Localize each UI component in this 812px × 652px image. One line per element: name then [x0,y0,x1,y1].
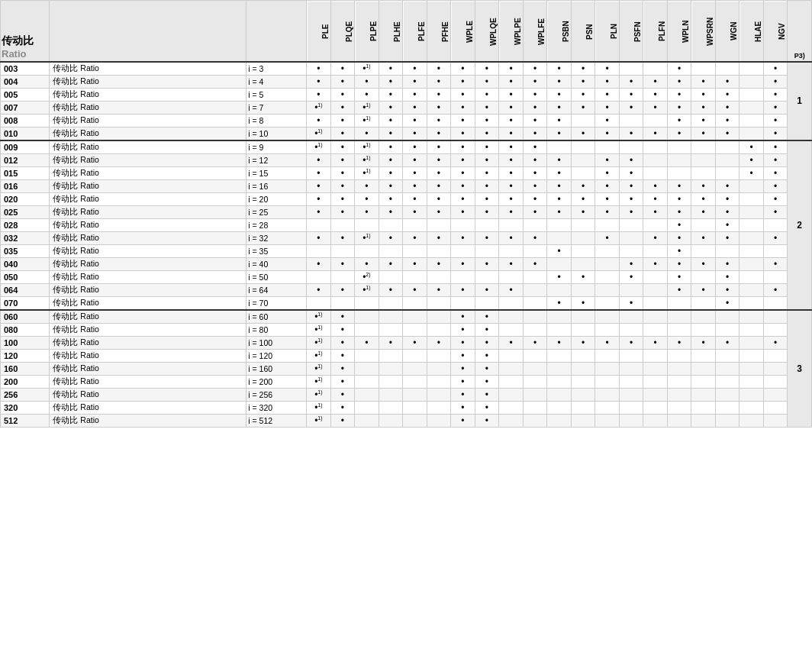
dot-cell: • [715,257,740,270]
dot-cell [643,310,668,324]
desc-cell: 传动比 Ratio [50,218,246,231]
dot-cell: • [523,62,547,76]
dot-cell: • [475,257,499,270]
dot-cell [643,114,668,127]
ratio-id-cell: 080 [1,323,50,336]
dot-cell [763,349,788,362]
dot-cell: • [763,179,788,192]
dot-cell [571,362,595,375]
dot-cell: • [330,140,355,154]
dot-cell [667,362,691,375]
dot-cell: • [403,140,427,154]
table-row: 320传动比 Ratioi = 320•1)••• [1,401,812,414]
dot-cell [571,310,595,324]
dot-cell: • [451,388,475,401]
dot-cell [571,231,595,244]
dot-cell: • [691,101,716,114]
dot-cell: • [379,179,403,192]
dot-cell [307,218,331,231]
dot-cell [619,362,643,375]
dot-cell [619,375,643,388]
dot-cell: • [403,127,427,140]
dot-cell: • [379,336,403,349]
desc-cell: 传动比 Ratio [50,101,246,114]
ratio-id-cell: 005 [1,88,50,101]
table-row: 080传动比 Ratioi = 80•1)••• [1,323,812,336]
col-header-psfn: PSFN [619,1,643,62]
desc-cell: 传动比 Ratio [50,414,246,427]
dot-cell [691,270,716,283]
dot-cell [571,414,595,427]
dot-cell: • [499,101,524,114]
dot-cell: • [403,75,427,88]
dot-cell [643,62,668,76]
table-row: 064传动比 Ratioi = 64•••1)•••••••••• [1,283,812,296]
dot-cell: • [330,362,355,375]
dot-cell: • [330,62,355,76]
i-value-cell: i = 256 [246,388,307,401]
dot-cell: •1) [355,231,379,244]
dot-cell [715,310,740,324]
dot-cell [523,349,547,362]
dot-cell: • [763,257,788,270]
dot-cell: • [523,205,547,218]
dot-cell: • [619,127,643,140]
dot-cell: • [451,375,475,388]
dot-cell [740,336,764,349]
dot-cell [427,244,451,257]
dot-cell: • [667,270,691,283]
dot-cell [643,388,668,401]
dot-cell: • [379,257,403,270]
dot-cell: • [451,310,475,324]
dot-cell [643,140,668,154]
dot-cell: • [379,192,403,205]
dot-cell: • [715,127,740,140]
dot-cell [763,401,788,414]
i-header [246,1,307,62]
dot-cell [643,349,668,362]
dot-cell [619,414,643,427]
dot-cell: • [451,101,475,114]
dot-cell [595,140,620,154]
dot-cell: • [355,179,379,192]
dot-cell [740,257,764,270]
dot-cell [643,323,668,336]
dot-cell: • [763,140,788,154]
dot-cell: • [667,283,691,296]
dot-cell [667,310,691,324]
dot-cell [740,244,764,257]
dot-cell: • [403,336,427,349]
dot-cell [595,296,620,310]
dot-cell [403,414,427,427]
dot-cell: • [307,192,331,205]
ratio-id-cell: 256 [1,388,50,401]
dot-cell [619,140,643,154]
dot-cell [475,244,499,257]
dot-cell [571,375,595,388]
ratio-id-cell: 060 [1,310,50,324]
dot-cell: • [403,179,427,192]
dot-cell: • [643,88,668,101]
dot-cell: • [451,283,475,296]
dot-cell: • [643,101,668,114]
dot-cell: • [330,192,355,205]
dot-cell: • [691,179,716,192]
dot-cell [427,362,451,375]
dot-cell: • [715,296,740,310]
dot-cell [355,414,379,427]
col-header-wpsrn: WPSRN [691,1,716,62]
desc-cell: 传动比 Ratio [50,257,246,270]
dot-cell [740,75,764,88]
dot-cell [427,375,451,388]
dot-cell: • [523,336,547,349]
table-row: 060传动比 Ratioi = 60•1)•••3 [1,310,812,324]
dot-cell [595,270,620,283]
table-row: 008传动比 Ratioi = 8•••1)••••••••••••• [1,114,812,127]
ratio-id-cell: 028 [1,218,50,231]
dot-cell: • [667,192,691,205]
dot-cell: • [547,179,572,192]
dot-cell [499,401,524,414]
dot-cell: • [643,257,668,270]
dot-cell: •1) [355,153,379,166]
i-value-cell: i = 50 [246,270,307,283]
